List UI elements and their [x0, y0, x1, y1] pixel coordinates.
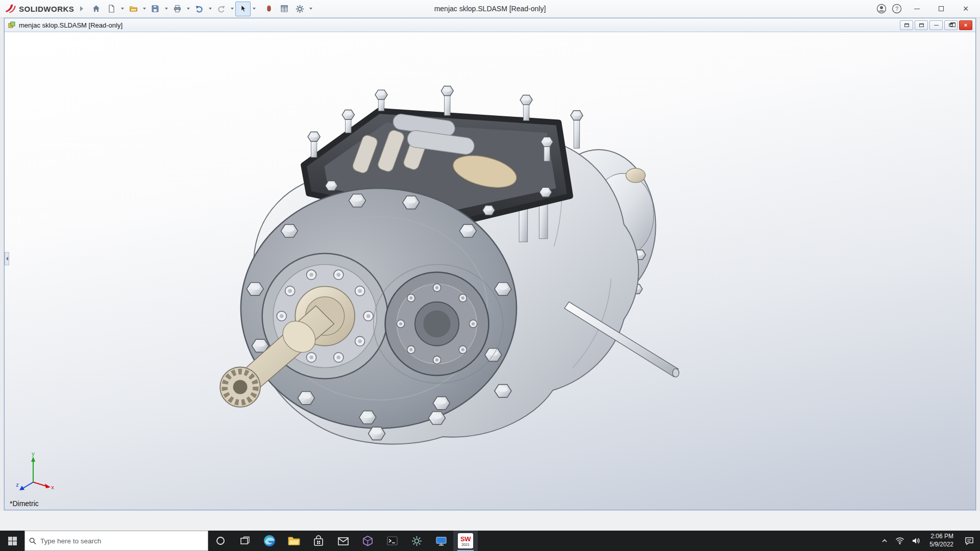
titlebar-document-title: menjac sklop.SLDASM [Read-only]: [434, 5, 546, 13]
chevron-down-icon: [231, 8, 234, 10]
app-edge[interactable]: [257, 531, 282, 551]
undo-button[interactable]: [191, 2, 207, 16]
new-document-dropdown[interactable]: [119, 2, 126, 16]
taskbar: SW 2021 2:06 PM 5/9/2022: [0, 531, 980, 551]
doc-close-button[interactable]: ×: [959, 20, 972, 30]
open-dropdown[interactable]: [141, 2, 148, 16]
action-center-button[interactable]: [959, 531, 980, 551]
taskbar-clock[interactable]: 2:06 PM 5/9/2022: [924, 531, 959, 551]
rebuild-button[interactable]: [261, 2, 277, 16]
maximize-button[interactable]: [930, 1, 952, 17]
app-display[interactable]: [429, 531, 453, 551]
assembly-icon: [8, 21, 16, 29]
undo-dropdown[interactable]: [207, 2, 213, 16]
document-title: menjac sklop.SLDASM [Read-only]: [19, 21, 122, 29]
new-document-icon: [107, 5, 115, 13]
chevron-down-icon: [253, 8, 256, 10]
undo-icon: [195, 5, 204, 13]
task-view-icon: [240, 536, 250, 545]
cortana-icon: [216, 536, 225, 545]
doc-minimize-button[interactable]: [929, 20, 943, 30]
search-input[interactable]: [40, 537, 204, 545]
monitor-icon: [435, 535, 448, 547]
edge-icon: [263, 534, 276, 547]
app-terminal[interactable]: [380, 531, 404, 551]
file-properties-button[interactable]: [277, 2, 292, 16]
orientation-triad: y x z: [15, 452, 55, 492]
gear-icon: [296, 5, 304, 13]
help-button[interactable]: ?: [890, 2, 903, 15]
close-button[interactable]: ×: [954, 1, 977, 17]
minimize-icon: [914, 9, 920, 9]
save-dropdown[interactable]: [163, 2, 169, 16]
options-button[interactable]: [292, 2, 307, 16]
volume-button[interactable]: [908, 531, 924, 551]
home-icon: [92, 5, 101, 13]
app-store[interactable]: [306, 531, 331, 551]
start-button[interactable]: [0, 531, 24, 551]
app-solidworks[interactable]: SW 2021: [453, 531, 478, 551]
chevron-left-icon: [6, 257, 8, 261]
options-dropdown[interactable]: [307, 2, 314, 16]
save-icon: [151, 5, 159, 13]
clock-time: 2:06 PM: [930, 533, 953, 541]
gearbox-model[interactable]: [5, 32, 975, 510]
document-window: menjac sklop.SLDASM [Read-only] ×: [4, 18, 976, 510]
app-titlebar: SOLIDWORKS: [0, 0, 980, 18]
viewport-3d[interactable]: y x z *Dimetric: [5, 32, 975, 510]
window-icon: [904, 23, 909, 27]
doc-tile-button[interactable]: [915, 20, 928, 30]
cortana-button[interactable]: [208, 531, 233, 551]
account-button[interactable]: [875, 2, 888, 15]
redo-icon: [217, 5, 226, 13]
restore-icon: [949, 23, 953, 27]
triad-x-label: x: [51, 484, 54, 490]
select-cursor-icon: [239, 5, 247, 13]
titlebar-right-controls: ? ×: [875, 1, 977, 17]
task-view-button[interactable]: [233, 531, 257, 551]
app-settings[interactable]: [404, 531, 429, 551]
file-properties-icon: [280, 5, 288, 13]
app-mail[interactable]: [331, 531, 355, 551]
mail-icon: [337, 535, 350, 547]
wifi-icon: [895, 537, 904, 545]
minimize-button[interactable]: [905, 1, 928, 17]
save-button[interactable]: [148, 2, 163, 16]
doc-restore-button[interactable]: [944, 20, 958, 30]
solidworks-logo-icon: [5, 4, 16, 14]
user-icon: [876, 4, 887, 14]
select-tool-dropdown[interactable]: [251, 2, 257, 16]
minimize-icon: [934, 25, 939, 26]
chevron-down-icon: [165, 8, 168, 10]
app-3d-viewer[interactable]: [355, 531, 380, 551]
doc-newwindow-button[interactable]: [900, 20, 913, 30]
svg-text:?: ?: [895, 6, 898, 12]
print-dropdown[interactable]: [185, 2, 191, 16]
terminal-icon: [386, 535, 399, 547]
document-titlebar[interactable]: menjac sklop.SLDASM [Read-only] ×: [5, 18, 975, 32]
select-tool-button[interactable]: [235, 2, 251, 16]
chevron-up-icon: [881, 537, 888, 544]
toolbar-expand-icon[interactable]: [80, 6, 83, 11]
maximize-icon: [939, 6, 944, 11]
solidworks-icon-letters: SW: [460, 536, 471, 542]
redo-button[interactable]: [213, 2, 229, 16]
home-button[interactable]: [88, 2, 104, 16]
help-icon: ?: [892, 4, 902, 14]
settings-gear-icon: [410, 535, 423, 547]
hidden-icons-button[interactable]: [877, 531, 892, 551]
app-file-explorer[interactable]: [282, 531, 306, 551]
chevron-down-icon: [187, 8, 190, 10]
redo-dropdown[interactable]: [229, 2, 235, 16]
new-document-button[interactable]: [104, 2, 119, 16]
triad-y-label: y: [32, 452, 35, 457]
taskbar-search[interactable]: [24, 531, 208, 551]
print-button[interactable]: [169, 2, 185, 16]
file-explorer-icon: [287, 534, 301, 547]
open-button[interactable]: [126, 2, 141, 16]
search-icon: [29, 537, 36, 545]
chevron-down-icon: [121, 8, 124, 10]
cube-3d-icon: [361, 535, 374, 547]
pane-splitter[interactable]: [5, 252, 9, 265]
network-button[interactable]: [892, 531, 908, 551]
